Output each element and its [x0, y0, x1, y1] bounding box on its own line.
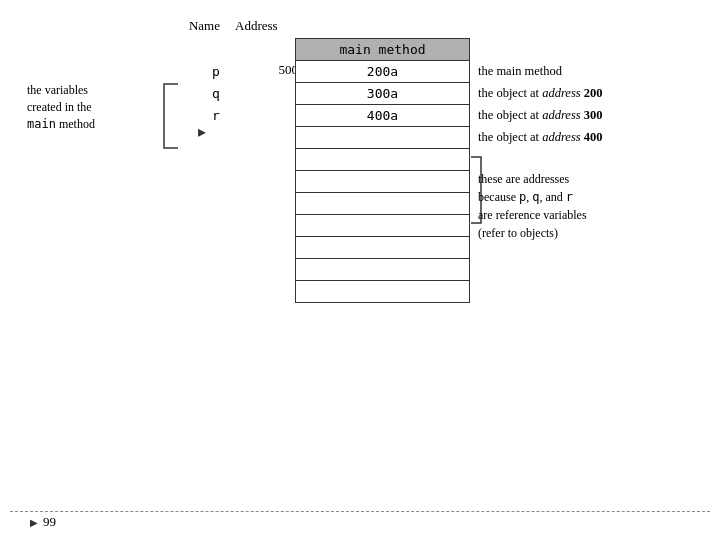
bottom-ann-line1: these are addresses [478, 172, 569, 186]
page-container: Name Address 500 p q r ▸ the variables c… [0, 0, 720, 540]
bottom-ann-line4: (refer to objects) [478, 226, 558, 240]
header-row: Name Address [130, 18, 310, 34]
annotation-line4: method [59, 117, 95, 131]
memory-row-10 [296, 281, 470, 303]
address-header: Address [230, 18, 310, 34]
memory-row-0: 200a [296, 61, 470, 83]
memory-row-2: 400a [296, 105, 470, 127]
bottom-dashed-line [10, 511, 710, 512]
memory-row-8 [296, 237, 470, 259]
memory-row-7 [296, 215, 470, 237]
annotation-line1: the variables [27, 83, 88, 97]
bottom-ann-line3: are reference variables [478, 208, 587, 222]
right-ann-2: the object at address 300 [478, 104, 603, 126]
memory-row-9 [296, 259, 470, 281]
memory-row-5 [296, 171, 470, 193]
memory-table: main method 200a 300a 400a [295, 38, 470, 303]
right-ann-1: the object at address 200 [478, 82, 603, 104]
bottom-right-annotation: these are addresses because p, q, and r … [478, 170, 698, 242]
bottom-ann-line2-pre: because [478, 190, 519, 204]
annotation-line3: main [27, 117, 56, 131]
page-number-area: ▶ 99 [30, 514, 56, 530]
var-p: p [210, 60, 220, 82]
memory-row-6 [296, 193, 470, 215]
memory-row-1: 300a [296, 83, 470, 105]
annotation-line2: created in the [27, 100, 92, 114]
memory-row-4 [296, 149, 470, 171]
right-ann-3: the object at address 400 [478, 126, 603, 148]
play-icon: ▶ [30, 517, 38, 528]
bottom-right-text: these are addresses because p, q, and r … [478, 170, 698, 242]
page-number: 99 [43, 514, 56, 530]
right-annotations: the main method the object at address 20… [478, 60, 603, 148]
name-header: Name [130, 18, 230, 34]
annotation-text: the variables created in the main method [27, 82, 157, 132]
right-ann-0: the main method [478, 60, 603, 82]
left-annotation: the variables created in the main method [27, 82, 212, 132]
address-500-label: 500 [270, 62, 298, 78]
memory-header-cell: main method [296, 39, 470, 61]
memory-row-3 [296, 127, 470, 149]
